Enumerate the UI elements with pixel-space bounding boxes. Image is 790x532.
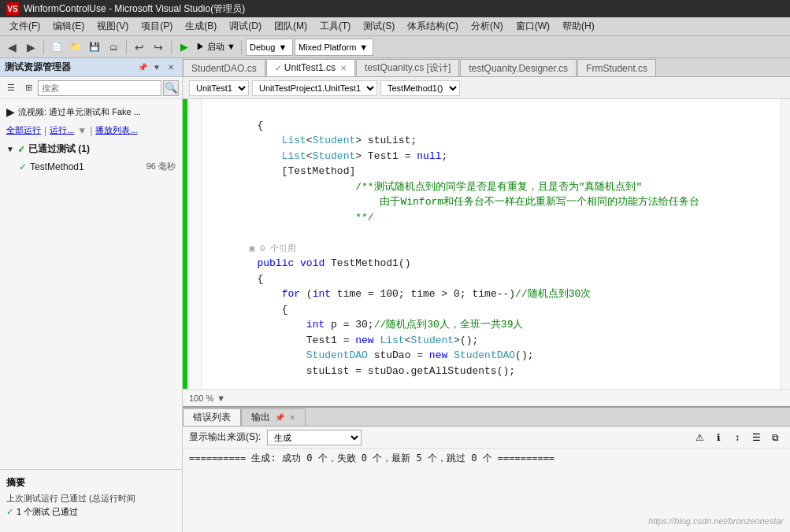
watermark: https://blog.csdn.net/bronzeonestar [648,516,784,526]
menu-bar: 文件(F) 编辑(E) 视图(V) 项目(P) 生成(B) 调试(D) 团队(M… [0,17,790,36]
test-item-1[interactable]: ✓ TestMethod1 96 毫秒 [0,159,182,174]
menu-team[interactable]: 团队(M) [268,18,313,35]
menu-tools[interactable]: 工具(T) [313,18,357,35]
test-method-name: TestMethod1 [30,161,84,172]
panel-close-button[interactable]: ✕ [165,61,177,74]
error-source-dropdown[interactable]: 生成 [267,430,362,445]
sort-button[interactable]: ☰ [3,80,19,96]
forward-button[interactable]: ▶ [22,39,39,56]
search-bar: ☰ ⊞ 🔍 [0,77,182,99]
class-breadcrumb[interactable]: UnitTest1 [189,80,249,96]
panel-menu-button[interactable]: ▼ [150,61,163,74]
debug-config-dropdown[interactable]: Debug ▼ [246,39,293,56]
panel-header-controls: 📌 ▼ ✕ [136,61,177,74]
stream-label: 流视频: 通过单元测试和 Fake ... [18,106,141,118]
search-submit-button[interactable]: 🔍 [163,80,179,96]
method-breadcrumb[interactable]: TestMethod1() [380,80,460,96]
summary-result: ✓ 1 个测试 已通过 [6,506,176,518]
new-file-button[interactable]: 📄 [48,39,65,56]
menu-view[interactable]: 视图(V) [91,18,135,35]
menu-analyze[interactable]: 分析(N) [465,18,510,35]
right-scroll[interactable] [781,99,790,389]
main-layout: 测试资源管理器 📌 ▼ ✕ ☰ ⊞ 🔍 ▶ 流视频: 通过单元测试和 Fake … [0,58,790,532]
tab-label-2: testQuanity.cs [设计] [365,61,451,75]
passed-section: ▼ ✓ 已通过测试 (1) [0,139,182,159]
menu-file[interactable]: 文件(F) [3,18,46,35]
output-close-icon[interactable]: ✕ [289,413,295,422]
tab-output[interactable]: 输出 📌 ✕ [241,408,306,426]
back-button[interactable]: ◀ [3,39,20,56]
title-text: WinformControlUse - Microsoft Visual Stu… [24,2,245,16]
redo-button[interactable]: ↪ [150,39,167,56]
summary-result-text: 1 个测试 已通过 [17,506,78,518]
tab-label-1: UnitTest1.cs [284,62,336,73]
tab-icon-1: ✓ [275,64,281,72]
zoom-dropdown-icon[interactable]: ▼ [217,393,225,403]
stream-item: ▶ 流视频: 通过单元测试和 Fake ... [0,102,182,121]
run-controls: 全部运行 | 运行... ▼ | 播放列表... [0,121,182,139]
error-sort-btn[interactable]: ↕ [729,429,746,446]
pin-button[interactable]: 📌 [136,61,149,74]
tab-error-list[interactable]: 错误列表 [183,408,241,426]
group-button[interactable]: ⊞ [20,80,36,96]
summary-last-run: 上次测试运行 已通过 (总运行时间 [6,493,176,504]
summary-check-icon: ✓ [6,507,13,517]
check-icon: ✓ [17,144,25,155]
menu-edit[interactable]: 编辑(E) [46,18,91,35]
menu-help[interactable]: 帮助(H) [556,18,601,35]
tab-unittest1[interactable]: ✓ UnitTest1.cs ✕ [266,59,355,76]
error-filter-btn1[interactable]: ⚠ [691,429,708,446]
test-name: ✓ TestMethod1 [19,161,84,172]
sep1 [43,40,44,54]
code-content[interactable]: { List<Student> stuList; List<Student> T… [202,99,781,389]
zoom-bar: 100 % ▼ [183,389,790,406]
output-pin-icon[interactable]: 📌 [275,413,284,422]
source-label: 显示输出来源(S): [189,430,261,444]
save-button[interactable]: 💾 [86,39,103,56]
menu-build[interactable]: 生成(B) [179,18,223,35]
tab-label-3: testQuanity.Designer.cs [469,63,568,74]
platform-dropdown[interactable]: Mixed Platform ▼ [295,39,373,56]
undo-button[interactable]: ↩ [131,39,148,56]
sep2 [126,40,127,54]
build-line-1: ========== 生成: 成功 0 个，失败 0 个，最新 5 个，跳过 0… [189,452,784,465]
passed-section-label: 已通过测试 (1) [28,142,90,156]
sep3 [171,40,172,54]
bottom-tab-bar: 错误列表 输出 📌 ✕ [183,408,790,427]
tab-frmstudent[interactable]: FrmStudent.cs [577,59,656,76]
editor-area: StudentDAO.cs ✓ UnitTest1.cs ✕ testQuani… [183,58,790,532]
start-button[interactable]: ▶ [176,39,193,56]
error-group-btn[interactable]: ☰ [747,429,765,446]
open-file-button[interactable]: 📁 [67,39,84,56]
line-gutter [187,99,202,389]
run-link[interactable]: 运行... [50,124,74,136]
test-tree: ▶ 流视频: 通过单元测试和 Fake ... 全部运行 | 运行... ▼ |… [0,99,182,469]
menu-test[interactable]: 测试(S) [357,18,401,35]
vs-logo: VS [6,2,19,15]
tab-output-label: 输出 [251,411,270,424]
tab-label-0: StudentDAO.cs [191,63,257,74]
test-explorer-panel: 测试资源管理器 📌 ▼ ✕ ☰ ⊞ 🔍 ▶ 流视频: 通过单元测试和 Fake … [0,58,183,532]
test-pass-icon: ✓ [19,161,27,172]
title-bar: VS WinformControlUse - Microsoft Visual … [0,0,790,17]
menu-window[interactable]: 窗口(W) [510,18,556,35]
tab-label-4: FrmStudent.cs [586,63,647,74]
save-all-button[interactable]: 🗂 [105,39,122,56]
test-duration: 96 毫秒 [147,161,176,172]
menu-arch[interactable]: 体系结构(C) [401,18,465,35]
tab-testquanity-design[interactable]: testQuanity.cs [设计] [356,59,459,76]
tab-studentdao[interactable]: StudentDAO.cs [183,59,265,76]
playlist-link[interactable]: 播放列表... [95,124,137,136]
error-copy-btn[interactable]: ⧉ [766,429,784,446]
tab-close-1[interactable]: ✕ [340,64,347,72]
test-explorer-title: 测试资源管理器 [5,61,71,74]
namespace-breadcrumb[interactable]: UnitTestProject1.UnitTest1 [252,80,377,96]
tab-testquanity-designer[interactable]: testQuanity.Designer.cs [460,59,577,76]
menu-debug[interactable]: 调试(D) [223,18,268,35]
run-all-link[interactable]: 全部运行 [6,124,41,136]
search-input[interactable] [38,80,161,96]
code-editor: { List<Student> stuList; List<Student> T… [183,99,790,389]
error-filter-btn2[interactable]: ℹ [710,429,727,446]
sep4 [241,40,242,54]
menu-project[interactable]: 项目(P) [135,18,179,35]
